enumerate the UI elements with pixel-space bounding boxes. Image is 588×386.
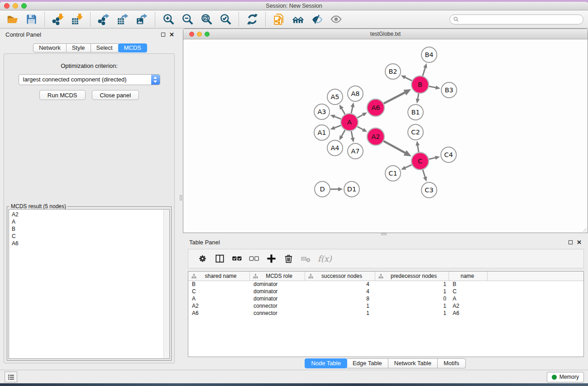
network-canvas[interactable]: B4B2BB3A8A5A6A3B1AC2A1A2A4A7C4CC1DD1C3 [183,40,588,233]
table-row[interactable]: Adominator80A [188,295,583,303]
table-cell[interactable]: A6 [449,310,488,317]
table-cell[interactable]: C [449,288,488,295]
graph-node-D1[interactable]: D1 [344,181,359,197]
run-mcds-button[interactable]: Run MCDS [39,90,86,100]
save-session-button[interactable] [24,12,39,27]
unselect-all-button[interactable] [246,252,262,266]
task-history-button[interactable] [5,372,17,382]
tab-network-table[interactable]: Network Table [388,358,438,368]
result-list-scrollbar[interactable] [163,210,169,358]
import-network-from-file-button[interactable] [50,12,66,27]
home-button[interactable] [290,12,306,27]
hide-graphics-details-button[interactable] [309,12,325,27]
graph-node-B[interactable]: B [411,76,429,93]
graph-node-A[interactable]: A [341,114,358,131]
result-list-item[interactable]: C [12,233,169,240]
result-list-item[interactable]: A [12,218,169,225]
graph-edge-A-A8[interactable] [351,107,353,114]
zoom-fit-button[interactable] [199,12,214,27]
search-box[interactable] [449,14,583,24]
table-cell[interactable]: 0 [375,295,449,303]
table-cell[interactable]: A2 [449,303,488,310]
graph-node-C1[interactable]: C1 [385,166,401,181]
graph-edge-A2-C[interactable] [384,141,406,153]
column-header-name[interactable]: name [449,272,488,281]
graph-edge-C-C2[interactable] [418,145,419,152]
delete-columns-button[interactable] [281,252,296,266]
network-file-button[interactable] [271,12,287,27]
graph-edge-C-C3[interactable] [423,170,425,177]
column-header-MCDS-role[interactable]: MCDS role [250,272,305,281]
graph-edge-C-C1[interactable] [405,165,412,168]
tab-mcds[interactable]: MCDS [118,43,147,52]
table-cell[interactable]: connector [250,303,305,310]
table-cell[interactable]: dominator [250,281,305,288]
table-cell[interactable]: B [449,281,488,288]
result-list-item[interactable]: B [12,225,169,233]
graph-node-C4[interactable]: C4 [441,147,456,162]
resize-grip-icon[interactable] [581,226,587,232]
table-cell[interactable]: 1 [375,281,449,288]
tab-style[interactable]: Style [67,43,91,52]
graph-node-B4[interactable]: B4 [421,47,437,62]
graph-node-C3[interactable]: C3 [421,182,437,198]
graph-edge-A-A5[interactable] [342,109,345,114]
graph-edge-A-A6[interactable] [358,114,363,118]
splitter-grip-icon[interactable] [381,233,387,235]
tab-edge-table[interactable]: Edge Table [347,358,388,368]
select-all-button[interactable] [229,252,244,266]
graph-edge-B-B2[interactable] [405,77,412,81]
graph-node-A3[interactable]: A3 [314,104,330,119]
network-graph[interactable]: B4B2BB3A8A5A6A3B1AC2A1A2A4A7C4CC1DD1C3 [183,40,588,233]
memory-button[interactable]: Memory [547,372,584,382]
criterion-dropdown[interactable]: largest connected component (directed) [19,74,160,85]
zoom-in-button[interactable] [161,12,176,27]
delete-table-button[interactable] [298,252,313,266]
graph-node-A5[interactable]: A5 [327,89,343,105]
tab-select[interactable]: Select [91,43,119,52]
table-row[interactable]: Bdominator41B [188,281,583,288]
table-cell[interactable]: C [188,288,250,295]
column-header-successor-nodes[interactable]: successor nodes [305,272,375,281]
close-panel-button[interactable]: Close panel [92,90,139,100]
result-list-item[interactable]: A6 [12,240,169,247]
graph-node-A6[interactable]: A6 [367,99,384,116]
graph-node-B2[interactable]: B2 [385,64,401,79]
graph-node-A2[interactable]: A2 [367,128,384,145]
graph-node-C2[interactable]: C2 [408,124,423,140]
graph-node-A8[interactable]: A8 [348,86,363,101]
graph-edge-C-C4[interactable] [429,157,436,159]
graph-edge-A-A4[interactable] [341,130,345,136]
graph-edge-B-B3[interactable] [429,86,436,88]
export-image-button[interactable] [134,12,149,27]
add-column-button[interactable] [263,252,279,266]
panel-splitter-vertical[interactable] [180,29,183,370]
close-panel-icon[interactable]: ✕ [577,240,582,244]
open-file-button[interactable] [5,12,20,27]
table-cell[interactable]: A [449,295,488,303]
table-cell[interactable]: 1 [375,288,449,295]
graph-edge-A-A7[interactable] [351,131,353,138]
table-cell[interactable]: dominator [250,295,305,303]
graph-edge-A-A1[interactable] [335,125,341,128]
graph-edge-B-B1[interactable] [418,94,419,99]
graph-node-D[interactable]: D [315,181,330,197]
table-cell[interactable]: A2 [188,303,250,310]
export-network-button[interactable] [96,12,111,27]
table-row[interactable]: Cdominator41C [188,288,583,295]
table-cell[interactable]: dominator [250,288,305,295]
table-cell[interactable]: 1 [375,303,449,310]
mcds-result-list[interactable]: A2ABCA6 [9,209,170,359]
graph-node-B1[interactable]: B1 [408,105,423,120]
graph-node-A1[interactable]: A1 [314,125,330,140]
table-cell[interactable]: B [188,281,250,288]
table-cell[interactable]: A [188,295,250,303]
function-builder-button[interactable]: f(x) [315,252,335,266]
graph-edge-A-A3[interactable] [335,116,341,119]
apply-layout-button[interactable] [244,12,260,27]
graph-edge-A-A2[interactable] [358,127,363,130]
tab-node-table[interactable]: Node Table [305,358,347,368]
zoom-selected-button[interactable] [218,12,233,27]
show-graphics-details-button[interactable] [328,12,344,27]
table-cell[interactable]: 1 [305,303,375,310]
